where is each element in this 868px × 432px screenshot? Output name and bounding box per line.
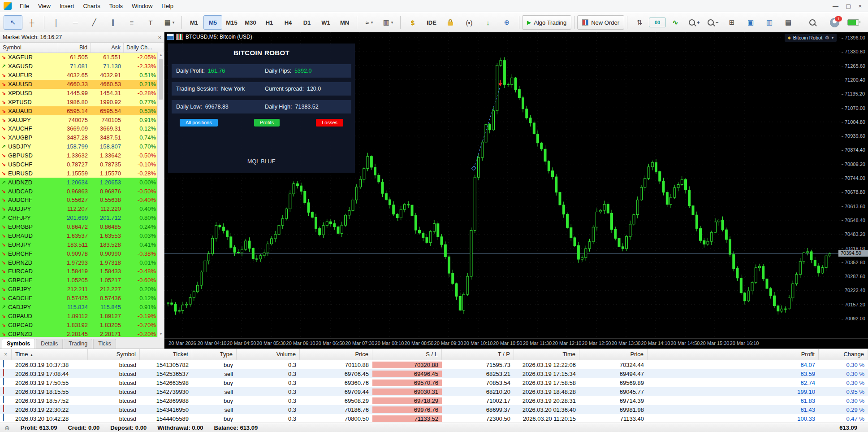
menu-tools[interactable]: Tools: [105, 1, 127, 11]
tab-trading[interactable]: Trading: [64, 339, 92, 349]
market-watch-row[interactable]: ↘EURJPY183.511183.5280.41%: [0, 240, 164, 249]
chart-window-tab[interactable]: BTCUSD,M5: Bitcoin (USD): [167, 34, 252, 40]
market-watch-close-icon[interactable]: ×: [158, 34, 161, 41]
column-header-price[interactable]: Price: [300, 349, 372, 360]
market-depth[interactable]: $: [403, 15, 422, 30]
menu-file[interactable]: File: [15, 1, 34, 11]
column-header-price-close[interactable]: Price: [579, 349, 648, 360]
history-row[interactable]: 2026.03.20 10:42:28btcusd1544405589buy0.…: [0, 414, 868, 423]
timeframe-m1[interactable]: M1: [185, 15, 203, 30]
history-row[interactable]: 2026.03.19 10:37:38btcusd1541305782buy0.…: [0, 360, 868, 369]
timeframe-m30[interactable]: M30: [241, 15, 260, 30]
ea-indicator-chip[interactable]: ◆ Bitcoin Robot ⚙ ▾: [785, 34, 837, 42]
column-header-tp[interactable]: T / P: [442, 349, 514, 360]
timeframe-w1[interactable]: W1: [316, 15, 335, 30]
losses-button[interactable]: Losses: [316, 119, 343, 127]
tile-windows-button[interactable]: ▣: [741, 15, 760, 30]
line-chart-type[interactable]: ≈▾: [360, 15, 379, 30]
column-header-ask[interactable]: Ask: [91, 43, 124, 52]
timeframe-h4[interactable]: H4: [279, 15, 298, 30]
crosshair-tool[interactable]: ┼: [22, 15, 41, 30]
chevron-down-icon[interactable]: ▾: [832, 36, 833, 40]
arrange-windows-button[interactable]: ▥: [760, 15, 779, 30]
horizontal-line-tool[interactable]: ─: [66, 15, 85, 30]
market-watch-row[interactable]: ↗XAGUSD71.08171.130-2.33%: [0, 62, 164, 71]
vertical-line-tool[interactable]: │: [47, 15, 66, 30]
scroll-thumb[interactable]: [159, 59, 163, 100]
grid-toggle[interactable]: ⊞: [722, 15, 741, 30]
menu-view[interactable]: View: [34, 1, 55, 11]
history-row[interactable]: 2026.03.19 17:08:44btcusd1542536537sell0…: [0, 369, 868, 378]
download-history-button[interactable]: ↓: [479, 15, 497, 30]
market-watch-row[interactable]: ↘CADCHF0.574250.574360.12%: [0, 294, 164, 303]
market-watch-row[interactable]: ↘AUDCHF0.556270.55638-0.40%: [0, 196, 164, 205]
timeframe-h1[interactable]: H1: [260, 15, 279, 30]
history-row[interactable]: 2026.03.19 22:30:22btcusd1543416950sell0…: [0, 405, 868, 414]
timeframe-m15[interactable]: M15: [222, 15, 241, 30]
timeframe-d1[interactable]: D1: [298, 15, 316, 30]
market-watch-row[interactable]: ↘GBPCAD1.831921.83205-0.70%: [0, 320, 164, 329]
market-watch-row[interactable]: ↘EURCHF0.909780.90990-0.38%: [0, 249, 164, 258]
profile-button[interactable]: 1: [830, 18, 839, 27]
column-header-time[interactable]: Time▲: [12, 349, 88, 360]
tab-ticks[interactable]: Ticks: [93, 339, 116, 349]
menu-charts[interactable]: Charts: [78, 1, 104, 11]
tab-details[interactable]: Details: [36, 339, 63, 349]
market-watch-row[interactable]: ↗CHFJPY201.699201.7120.80%: [0, 214, 164, 223]
column-header-sl[interactable]: S / L: [372, 349, 442, 360]
toolbox-close-icon[interactable]: ×: [0, 349, 12, 360]
column-header-symbol[interactable]: Symbol: [88, 349, 140, 360]
column-header-type[interactable]: Type: [192, 349, 237, 360]
gear-icon[interactable]: ⚙: [825, 35, 829, 41]
alerts-button[interactable]: (•): [460, 15, 479, 30]
price-axis[interactable]: 71396.0071330.8071265.6071200.4071135.20…: [840, 32, 868, 339]
tab-symbols[interactable]: Symbols: [2, 339, 35, 349]
bars-count-button[interactable]: 00: [649, 17, 666, 27]
column-header-ticket[interactable]: Ticket: [140, 349, 192, 360]
history-row[interactable]: 2026.03.19 17:50:55btcusd1542663598buy0.…: [0, 378, 868, 387]
column-header-symbol[interactable]: Symbol: [0, 43, 58, 52]
minimize-button[interactable]: —: [833, 3, 838, 9]
close-button[interactable]: ×: [858, 3, 862, 9]
market-watch-row[interactable]: ↘XAUEUR4032.654032.910.51%: [0, 71, 164, 80]
timeframe-mn[interactable]: MN: [335, 15, 354, 30]
search-button[interactable]: [803, 15, 822, 30]
scroll-up-arrow[interactable]: ▲: [159, 52, 163, 58]
text-tool[interactable]: T: [141, 15, 160, 30]
market-watch-row[interactable]: ↘EURAUD1.635371.635530.03%: [0, 231, 164, 240]
market-watch-row[interactable]: ↗USDJPY158.799158.8070.70%: [0, 142, 164, 151]
lock-icon[interactable]: [441, 15, 460, 30]
market-watch-row[interactable]: ↘XAUCHF3669.093669.310.12%: [0, 124, 164, 133]
column-header-bid[interactable]: Bid: [58, 43, 91, 52]
sort-toggle[interactable]: ⇅: [630, 15, 649, 30]
profits-button[interactable]: Profits: [254, 119, 280, 127]
market-watch-row[interactable]: ↘GBPUSD1.336321.33642-0.50%: [0, 151, 164, 160]
market-watch-row[interactable]: ↘XPDUSD1445.991454.31-0.28%: [0, 89, 164, 98]
cursor-tool[interactable]: ↖: [4, 15, 22, 30]
all-positions-button[interactable]: All positions: [180, 119, 218, 127]
market-watch-row[interactable]: ↘GBPAUD1.891121.89127-0.19%: [0, 311, 164, 320]
market-watch-row[interactable]: ↗AUDNZD1.206341.206530.00%: [0, 178, 164, 187]
channel-tool[interactable]: ∥: [104, 15, 122, 30]
market-watch-row[interactable]: ↘EURGBP0.864720.864850.24%: [0, 223, 164, 231]
market-watch-row[interactable]: ↘GBPCHF1.052051.05217-0.60%: [0, 276, 164, 285]
zigzag-indicator-button[interactable]: ∿: [666, 15, 685, 30]
market-watch-row[interactable]: ↘EURUSD1.155591.15570-0.28%: [0, 169, 164, 178]
candle-chart-type[interactable]: ▥▾: [379, 15, 397, 30]
market-watch-row[interactable]: ↘USDCHF0.787270.78735-0.10%: [0, 160, 164, 169]
zoom-out-button[interactable]: −: [704, 15, 722, 30]
zoom-in-button[interactable]: +: [685, 15, 704, 30]
fibonacci-tool[interactable]: ≡: [122, 15, 141, 30]
restore-button[interactable]: ▢: [846, 3, 851, 9]
menu-insert[interactable]: Insert: [55, 1, 79, 11]
column-header-time-close[interactable]: Time: [514, 349, 579, 360]
market-watch-scrollbar[interactable]: ▲ ▼: [157, 52, 164, 337]
market-watch-row[interactable]: ↘XAGEUR61.50561.551-2.05%: [0, 53, 164, 62]
column-header-dailych[interactable]: Daily Ch...: [124, 43, 164, 52]
market-watch-row[interactable]: ↘XPTUSD1986.801990.920.77%: [0, 97, 164, 106]
market-watch-row[interactable]: ↘XAUJPY7400757401050.91%: [0, 115, 164, 124]
time-axis[interactable]: 20 Mar 202620 Mar 04:1020 Mar 04:5020 Ma…: [164, 338, 868, 349]
column-header-volume[interactable]: Volume: [237, 349, 300, 360]
history-row[interactable]: 2026.03.19 18:15:55btcusd1542739930sell0…: [0, 387, 868, 396]
trendline-tool[interactable]: ╱: [85, 15, 104, 30]
